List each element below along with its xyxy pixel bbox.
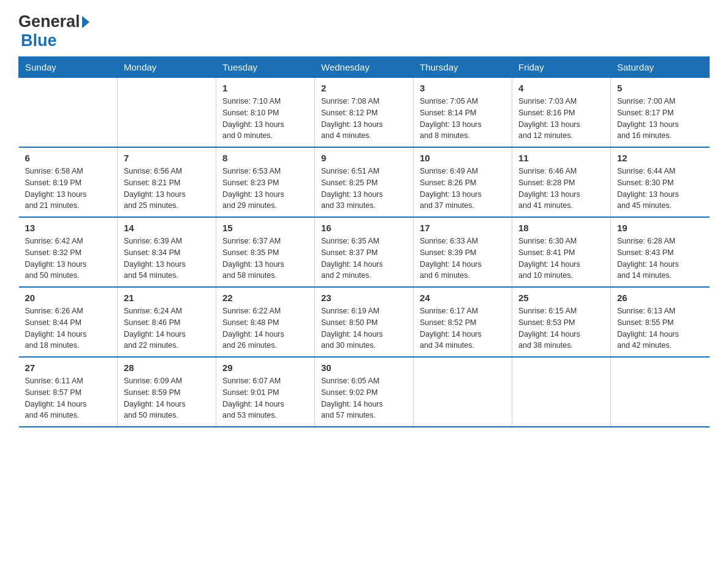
calendar-cell: [19, 78, 118, 148]
daylight-text: Daylight: 14 hoursand 42 minutes.: [617, 330, 679, 350]
sunset-text: Sunset: 8:43 PM: [617, 248, 673, 257]
sunrise-text: Sunrise: 6:28 AM: [617, 237, 675, 245]
sunrise-text: Sunrise: 7:00 AM: [617, 97, 675, 105]
day-number: 25: [518, 293, 604, 303]
sunset-text: Sunset: 8:39 PM: [420, 248, 476, 257]
day-info: Sunrise: 6:42 AMSunset: 8:32 PMDaylight:…: [25, 236, 112, 282]
sunset-text: Sunset: 8:41 PM: [518, 248, 575, 257]
day-number: 17: [420, 223, 506, 233]
sunset-text: Sunset: 8:48 PM: [222, 318, 279, 327]
sunrise-text: Sunrise: 6:53 AM: [222, 167, 281, 175]
sunset-text: Sunset: 8:10 PM: [222, 109, 279, 117]
sunrise-text: Sunrise: 7:08 AM: [321, 97, 379, 105]
sunrise-text: Sunrise: 6:05 AM: [321, 377, 379, 385]
sunrise-text: Sunrise: 6:58 AM: [25, 167, 83, 175]
calendar-cell: 11Sunrise: 6:46 AMSunset: 8:28 PMDayligh…: [512, 147, 611, 217]
daylight-text: Daylight: 13 hoursand 33 minutes.: [321, 190, 383, 210]
day-number: 26: [617, 293, 703, 303]
sunset-text: Sunset: 8:50 PM: [321, 318, 377, 327]
day-number: 15: [222, 223, 308, 233]
sunset-text: Sunset: 8:52 PM: [420, 318, 476, 327]
calendar-cell: 23Sunrise: 6:19 AMSunset: 8:50 PMDayligh…: [315, 287, 414, 357]
daylight-text: Daylight: 14 hoursand 50 minutes.: [124, 400, 186, 420]
sunset-text: Sunset: 8:35 PM: [222, 248, 279, 257]
sunset-text: Sunset: 9:02 PM: [321, 388, 377, 397]
sunset-text: Sunset: 8:37 PM: [321, 248, 377, 257]
daylight-text: Daylight: 13 hoursand 8 minutes.: [420, 120, 482, 140]
calendar-cell: 12Sunrise: 6:44 AMSunset: 8:30 PMDayligh…: [611, 147, 710, 217]
sunset-text: Sunset: 8:23 PM: [222, 178, 279, 187]
day-number: 7: [124, 153, 210, 163]
day-info: Sunrise: 7:00 AMSunset: 8:17 PMDaylight:…: [617, 96, 703, 142]
day-number: 6: [25, 153, 112, 163]
day-info: Sunrise: 6:15 AMSunset: 8:53 PMDaylight:…: [518, 305, 604, 351]
logo-triangle-icon: [82, 16, 89, 28]
sunrise-text: Sunrise: 6:07 AM: [222, 377, 281, 385]
header-monday: Monday: [118, 57, 216, 78]
day-number: 21: [124, 293, 210, 303]
sunset-text: Sunset: 8:19 PM: [25, 178, 82, 187]
daylight-text: Daylight: 14 hoursand 10 minutes.: [518, 260, 580, 280]
day-number: 3: [420, 83, 506, 93]
day-info: Sunrise: 6:11 AMSunset: 8:57 PMDaylight:…: [25, 375, 112, 421]
day-number: 5: [617, 83, 703, 93]
day-number: 22: [222, 293, 308, 303]
sunrise-text: Sunrise: 7:10 AM: [222, 97, 281, 105]
day-info: Sunrise: 7:10 AMSunset: 8:10 PMDaylight:…: [222, 96, 308, 142]
header-wednesday: Wednesday: [315, 57, 414, 78]
sunrise-text: Sunrise: 7:03 AM: [518, 97, 577, 105]
sunset-text: Sunset: 8:53 PM: [518, 318, 575, 327]
day-number: 10: [420, 153, 506, 163]
sunrise-text: Sunrise: 6:26 AM: [25, 307, 83, 315]
day-info: Sunrise: 6:39 AMSunset: 8:34 PMDaylight:…: [124, 236, 210, 282]
day-number: 23: [321, 293, 407, 303]
day-number: 24: [420, 293, 506, 303]
header-tuesday: Tuesday: [216, 57, 315, 78]
day-info: Sunrise: 6:37 AMSunset: 8:35 PMDaylight:…: [222, 236, 308, 282]
day-info: Sunrise: 6:56 AMSunset: 8:21 PMDaylight:…: [124, 166, 210, 212]
daylight-text: Daylight: 14 hoursand 30 minutes.: [321, 330, 383, 350]
calendar-cell: 10Sunrise: 6:49 AMSunset: 8:26 PMDayligh…: [414, 147, 512, 217]
day-number: 11: [518, 153, 604, 163]
daylight-text: Daylight: 14 hoursand 22 minutes.: [124, 330, 186, 350]
day-number: 27: [25, 362, 112, 373]
calendar-table: SundayMondayTuesdayWednesdayThursdayFrid…: [18, 56, 710, 427]
sunset-text: Sunset: 8:12 PM: [321, 109, 377, 117]
calendar-week-2: 6Sunrise: 6:58 AMSunset: 8:19 PMDaylight…: [19, 147, 710, 217]
daylight-text: Daylight: 14 hoursand 18 minutes.: [25, 330, 87, 350]
calendar-cell: 6Sunrise: 6:58 AMSunset: 8:19 PMDaylight…: [19, 147, 118, 217]
daylight-text: Daylight: 13 hoursand 16 minutes.: [617, 120, 679, 140]
page-header: General Blue: [18, 12, 710, 50]
daylight-text: Daylight: 13 hoursand 4 minutes.: [321, 120, 383, 140]
day-number: 1: [222, 83, 308, 93]
day-info: Sunrise: 6:09 AMSunset: 8:59 PMDaylight:…: [124, 375, 210, 421]
day-number: 13: [25, 223, 112, 233]
calendar-cell: 14Sunrise: 6:39 AMSunset: 8:34 PMDayligh…: [118, 217, 216, 287]
sunrise-text: Sunrise: 6:22 AM: [222, 307, 281, 315]
calendar-cell: [414, 357, 512, 427]
day-number: 14: [124, 223, 210, 233]
sunrise-text: Sunrise: 6:17 AM: [420, 307, 478, 315]
daylight-text: Daylight: 13 hoursand 58 minutes.: [222, 260, 284, 280]
header-saturday: Saturday: [611, 57, 710, 78]
sunrise-text: Sunrise: 6:11 AM: [25, 377, 83, 385]
calendar-cell: 30Sunrise: 6:05 AMSunset: 9:02 PMDayligh…: [315, 357, 414, 427]
sunset-text: Sunset: 8:32 PM: [25, 248, 82, 257]
daylight-text: Daylight: 13 hoursand 0 minutes.: [222, 120, 284, 140]
day-info: Sunrise: 7:08 AMSunset: 8:12 PMDaylight:…: [321, 96, 407, 142]
day-info: Sunrise: 7:03 AMSunset: 8:16 PMDaylight:…: [518, 96, 604, 142]
daylight-text: Daylight: 13 hoursand 41 minutes.: [518, 190, 580, 210]
calendar-cell: 15Sunrise: 6:37 AMSunset: 8:35 PMDayligh…: [216, 217, 315, 287]
sunset-text: Sunset: 8:46 PM: [124, 318, 180, 327]
day-number: 19: [617, 223, 703, 233]
daylight-text: Daylight: 14 hoursand 26 minutes.: [222, 330, 284, 350]
calendar-cell: 2Sunrise: 7:08 AMSunset: 8:12 PMDaylight…: [315, 78, 414, 148]
calendar-cell: 27Sunrise: 6:11 AMSunset: 8:57 PMDayligh…: [19, 357, 118, 427]
calendar-cell: 29Sunrise: 6:07 AMSunset: 9:01 PMDayligh…: [216, 357, 315, 427]
sunset-text: Sunset: 8:55 PM: [617, 318, 673, 327]
daylight-text: Daylight: 13 hoursand 29 minutes.: [222, 190, 284, 210]
sunrise-text: Sunrise: 6:46 AM: [518, 167, 577, 175]
daylight-text: Daylight: 13 hoursand 50 minutes.: [25, 260, 87, 280]
logo-general-text: General: [18, 12, 80, 31]
calendar-cell: 21Sunrise: 6:24 AMSunset: 8:46 PMDayligh…: [118, 287, 216, 357]
